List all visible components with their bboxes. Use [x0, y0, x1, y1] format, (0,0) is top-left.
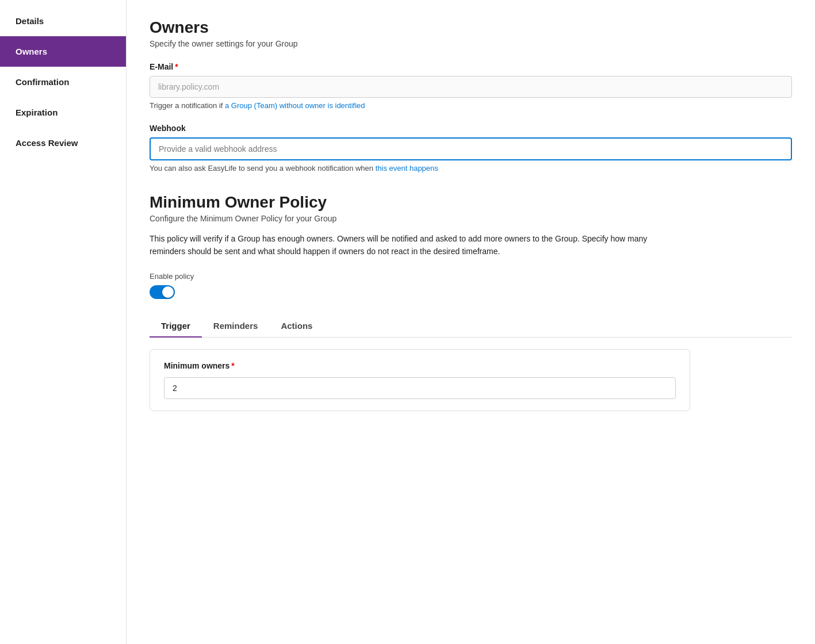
enable-policy-toggle[interactable]	[150, 285, 175, 299]
policy-title: Minimum Owner Policy	[150, 193, 792, 212]
sidebar-item-confirmation[interactable]: Confirmation	[0, 67, 126, 97]
sidebar: Details Owners Confirmation Expiration A…	[0, 0, 127, 644]
policy-subtitle: Configure the Minimum Owner Policy for y…	[150, 214, 792, 223]
webhook-hint: You can also ask EasyLife to send you a …	[150, 164, 792, 172]
owners-subtitle: Specify the owner settings for your Grou…	[150, 39, 792, 48]
min-owners-required-star: *	[231, 361, 234, 370]
webhook-label: Webhook	[150, 124, 792, 133]
policy-description: This policy will verify if a Group has e…	[150, 232, 667, 258]
sidebar-item-access-review[interactable]: Access Review	[0, 128, 126, 158]
tab-actions[interactable]: Actions	[269, 315, 324, 338]
policy-tabs: Trigger Reminders Actions	[150, 315, 792, 338]
trigger-card: Minimum owners*	[150, 349, 690, 411]
owners-title: Owners	[150, 18, 792, 37]
sidebar-item-details[interactable]: Details	[0, 6, 126, 36]
email-hint: Trigger a notification if a Group (Team)…	[150, 101, 792, 110]
main-content: Owners Specify the owner settings for yo…	[127, 0, 815, 644]
sidebar-item-owners[interactable]: Owners	[0, 36, 126, 67]
enable-policy-label: Enable policy	[150, 272, 792, 281]
email-label: E-Mail*	[150, 62, 792, 71]
webhook-input[interactable]	[150, 137, 792, 160]
email-required-star: *	[175, 62, 178, 71]
sidebar-item-expiration[interactable]: Expiration	[0, 97, 126, 128]
tab-reminders[interactable]: Reminders	[202, 315, 270, 338]
min-owners-label: Minimum owners*	[164, 361, 676, 370]
enable-policy-toggle-container	[150, 285, 792, 299]
tab-trigger[interactable]: Trigger	[150, 315, 202, 338]
email-input[interactable]	[150, 76, 792, 98]
toggle-knob	[162, 286, 174, 298]
min-owners-input[interactable]	[164, 377, 676, 399]
